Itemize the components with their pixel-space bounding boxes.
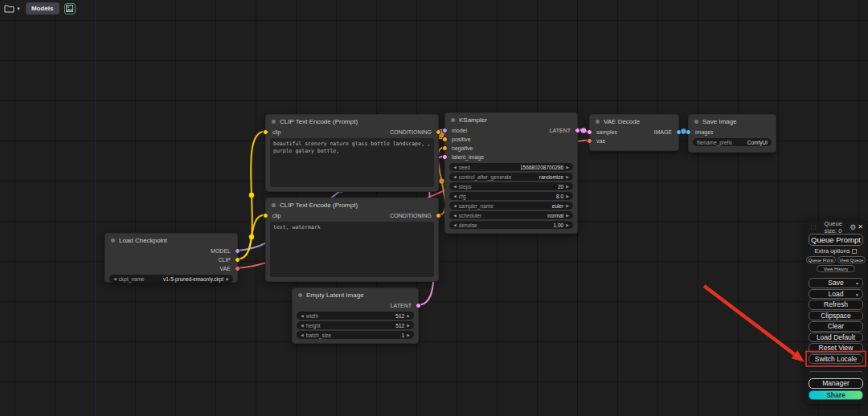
positive-port-label: positive (452, 136, 471, 144)
CONDITIONING-port[interactable] (436, 213, 441, 218)
clip-port[interactable] (263, 213, 268, 218)
widget-batch_size[interactable]: ◀batch_size1▶ (297, 331, 414, 339)
widget-name: denoise (459, 222, 477, 228)
arrow-left-icon: ◀ (453, 223, 457, 227)
widget-scheduler[interactable]: ◀schedulernormal▶ (449, 211, 573, 219)
positive-port[interactable] (442, 137, 448, 142)
menu-button-clipspace[interactable]: Clipspace (809, 311, 863, 321)
IMAGE-port[interactable] (676, 129, 682, 135)
LATENT-port[interactable] (575, 128, 580, 133)
node-empty-latent-image[interactable]: Empty Latent ImageLATENT◀width512▶◀heigh… (292, 288, 419, 344)
view-queue-button[interactable]: View Queue (837, 256, 866, 263)
widget-value: euler (552, 203, 563, 209)
collapse-dot-icon[interactable] (596, 120, 600, 124)
collapse-dot-icon[interactable] (272, 203, 276, 207)
LATENT-port[interactable] (416, 303, 421, 308)
node-title: VAE Decode (590, 115, 678, 128)
node-clip-text-encode-positive[interactable]: CLIP Text Encode (Prompt)clipCONDITIONIN… (265, 114, 439, 192)
collapse-dot-icon[interactable] (298, 293, 302, 297)
queue-prompt-button[interactable]: Queue Prompt (809, 234, 863, 246)
widget-denoise[interactable]: ◀denoise1.00▶ (449, 221, 573, 229)
widget-filename_prefix[interactable]: filename_prefixComfyUI (693, 138, 772, 146)
MODEL-port[interactable] (235, 248, 240, 254)
gallery-button[interactable] (64, 3, 76, 14)
CONDITIONING-port[interactable] (436, 129, 441, 135)
widget-width[interactable]: ◀width512▶ (297, 312, 414, 320)
negative-port[interactable] (442, 145, 448, 151)
prompt-textarea[interactable]: beautiful scenery nature glass bottle la… (270, 138, 434, 187)
widget-control_after_generate[interactable]: ◀control_after_generaterandomize▶ (449, 173, 573, 181)
widget-name: height (306, 323, 321, 328)
settings-gear-icon[interactable]: ⚙ (850, 224, 856, 231)
drag-handle-icon[interactable]: ⋮⋮ (809, 224, 817, 230)
workflow-folder-button[interactable]: ▼ (4, 4, 21, 13)
node-title-label: CLIP Text Encode (Prompt) (280, 118, 358, 125)
widget-cfg[interactable]: ◀cfg8.0▶ (449, 192, 573, 200)
image-icon (66, 5, 73, 12)
collapse-dot-icon[interactable] (451, 118, 455, 122)
node-title-label: Load Checkpoint (119, 237, 167, 244)
arrow-right-icon: ▶ (226, 277, 229, 281)
comfyui-canvas[interactable]: ▼ Models ⋮⋮ Queue size: 0 ⚙ ✕ Queue Prom… (0, 0, 868, 416)
arrow-right-icon: ▶ (566, 165, 569, 169)
node-save-image[interactable]: Save Imageimagesfilename_prefixComfyUI (688, 114, 776, 153)
menu-button-load-default[interactable]: Load Default (809, 332, 863, 343)
arrow-left-icon: ◀ (453, 175, 457, 179)
samples-port[interactable] (587, 129, 592, 135)
menu-button-refresh[interactable]: Refresh (809, 300, 863, 310)
widget-sampler_name[interactable]: ◀sampler_nameeuler▶ (449, 202, 573, 210)
dropdown-caret-icon[interactable]: ▼ (855, 292, 859, 297)
canvas-accent-line (95, 0, 96, 416)
widget-seed[interactable]: ◀seed156680208700286▶ (449, 163, 573, 171)
arrow-right-icon: ▶ (566, 223, 569, 227)
vae-port[interactable] (587, 138, 592, 144)
menu-button-save[interactable]: Save▼ (809, 278, 863, 288)
dropdown-caret-icon[interactable]: ▼ (855, 281, 859, 286)
chevron-down-icon: ▼ (16, 6, 21, 11)
latent_image-port[interactable] (442, 154, 448, 160)
menu-button-clear[interactable]: Clear (809, 321, 863, 332)
widget-value: 512 (395, 323, 404, 328)
node-clip-text-encode-negative[interactable]: CLIP Text Encode (Prompt)clipCONDITIONIN… (265, 198, 439, 282)
clip-port[interactable] (263, 129, 268, 135)
models-button[interactable]: Models (26, 2, 59, 14)
menu-button-load[interactable]: Load▼ (809, 289, 863, 300)
collapse-dot-icon[interactable] (111, 239, 115, 243)
arrow-left-icon: ◀ (301, 333, 304, 337)
arrow-right-icon: ▶ (566, 185, 569, 189)
menu-button-list: Save▼Load▼RefreshClipspaceClearLoad Defa… (809, 278, 863, 364)
extra-options-checkbox[interactable] (852, 249, 857, 254)
node-ksampler[interactable]: KSamplermodelpositivenegativelatent_imag… (444, 112, 578, 234)
arrow-left-icon: ◀ (453, 214, 457, 218)
arrow-left-icon: ◀ (453, 165, 457, 169)
node-title: KSampler (445, 113, 577, 126)
clip-port-label: clip (272, 128, 281, 137)
widget-steps[interactable]: ◀steps20▶ (449, 182, 573, 190)
prompt-textarea[interactable]: text, watermark (270, 222, 434, 277)
collapse-dot-icon[interactable] (694, 120, 698, 124)
node-title-label: VAE Decode (604, 118, 640, 125)
menu-button-switch-locale[interactable]: Switch Locale (809, 354, 863, 365)
share-button[interactable]: Share (809, 390, 863, 401)
close-icon[interactable]: ✕ (858, 224, 863, 230)
widget-ckpt_name[interactable]: ◀ckpt_namev1-5-pruned-emaonly.ckpt▶ (109, 275, 233, 283)
images-port[interactable] (686, 129, 691, 135)
model-port[interactable] (442, 128, 448, 133)
arrow-right-icon: ▶ (566, 214, 569, 218)
widget-name: scheduler (459, 213, 481, 218)
CLIP-port[interactable] (235, 257, 240, 263)
VAE-port[interactable] (235, 266, 240, 271)
menu-button-reset-view[interactable]: Reset View (809, 343, 863, 353)
widget-height[interactable]: ◀height512▶ (297, 321, 414, 329)
folder-icon (4, 4, 14, 13)
manager-button[interactable]: Manager (809, 378, 863, 389)
node-vae-decode[interactable]: VAE DecodesamplesvaeIMAGE (589, 114, 679, 151)
menu-header: ⋮⋮ Queue size: 0 ⚙ ✕ (809, 222, 863, 232)
widget-value: normal (547, 213, 563, 218)
arrow-left-icon: ◀ (453, 185, 457, 189)
queue-front-button[interactable]: Queue Front (806, 256, 836, 263)
collapse-dot-icon[interactable] (272, 120, 276, 124)
widget-name: seed (459, 165, 470, 170)
view-history-button[interactable]: View History (817, 265, 855, 272)
node-load-checkpoint[interactable]: Load CheckpointMODELCLIPVAE◀ckpt_namev1-… (104, 233, 238, 283)
